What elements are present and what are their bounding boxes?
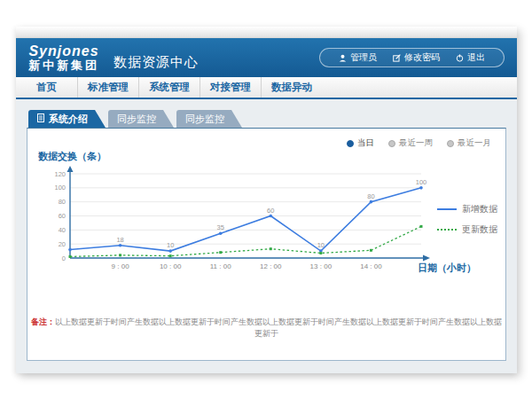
radio-last-month-label: 最近一月: [458, 137, 491, 149]
tab-system-intro-label: 系统介绍: [49, 110, 88, 128]
svg-text:100: 100: [54, 184, 66, 192]
change-password-label: 修改密码: [404, 51, 440, 64]
x-axis-title: 日期（小时）: [418, 262, 476, 275]
nav-item-interface-mgmt[interactable]: 对接管理: [200, 77, 261, 98]
legend-new-data-label: 新增数据: [462, 203, 497, 215]
svg-text:10 : 00: 10 : 00: [160, 262, 182, 270]
nav-item-home[interactable]: 首页: [16, 77, 77, 98]
svg-text:80: 80: [367, 192, 374, 200]
svg-text:35: 35: [217, 223, 224, 231]
svg-text:40: 40: [59, 226, 66, 234]
svg-text:20: 20: [59, 240, 66, 248]
content-area: 系统介绍 同步监控 同步监控 当日 最近一周: [16, 99, 517, 361]
logout-label: 退出: [467, 51, 485, 64]
main-window: Synjones 新中新集团 数据资源中心 管理员 修改密码 退出: [16, 27, 517, 373]
svg-text:80: 80: [59, 198, 66, 206]
window-top-strip: [16, 27, 517, 38]
time-range-filter: 当日 最近一周 最近一月: [347, 137, 491, 149]
logo-text-en: Synjones: [28, 44, 99, 59]
change-password-button[interactable]: 修改密码: [385, 51, 448, 64]
svg-text:0: 0: [62, 254, 66, 262]
svg-text:14 : 00: 14 : 00: [360, 262, 382, 270]
logout-button[interactable]: 退出: [448, 51, 493, 64]
svg-text:12 : 00: 12 : 00: [260, 262, 282, 270]
user-menu: 管理员 修改密码 退出: [319, 48, 505, 67]
logo-text-cn: 新中新集团: [28, 59, 99, 72]
chart-card: 当日 最近一周 最近一月 数据交换（条） 0204060801001209 : …: [27, 128, 506, 361]
legend-item-new-data[interactable]: 新增数据: [437, 203, 497, 215]
line-chart: 0204060801001209 : 0010 : 0011 : 0012 : …: [40, 166, 430, 283]
footer-note-label: 备注：: [31, 317, 55, 326]
footer-note-text: 以上数据更新于时间产生数据以上数据更新于时间产生数据以上数据更新于时间产生数据以…: [55, 317, 502, 338]
tab-sync-monitor-2-label: 同步监控: [185, 110, 224, 128]
nav-item-standard-mgmt[interactable]: 标准管理: [77, 77, 138, 98]
footer-note: 备注：以上数据更新于时间产生数据以上数据更新于时间产生数据以上数据更新于时间产生…: [27, 317, 505, 340]
tab-system-intro[interactable]: 系统介绍: [28, 110, 106, 128]
y-axis-title: 数据交换（条）: [38, 150, 106, 163]
edit-icon: [393, 54, 401, 62]
legend-line-dotted-icon: [437, 229, 457, 231]
svg-text:9 : 00: 9 : 00: [112, 262, 130, 270]
tab-sync-monitor-1[interactable]: 同步监控: [108, 110, 174, 128]
svg-text:13 : 00: 13 : 00: [310, 262, 332, 270]
main-nav: 首页 标准管理 系统管理 对接管理 数据异动: [16, 77, 517, 99]
nav-item-data-change[interactable]: 数据异动: [261, 77, 322, 98]
svg-text:60: 60: [267, 207, 274, 215]
legend-updated-data-label: 更新数据: [462, 223, 497, 236]
svg-text:60: 60: [59, 212, 66, 220]
user-icon: [339, 54, 347, 62]
nav-item-system-mgmt[interactable]: 系统管理: [138, 77, 200, 98]
svg-text:10: 10: [317, 241, 325, 249]
radio-last-month[interactable]: 最近一月: [447, 137, 491, 149]
power-icon: [456, 54, 464, 62]
svg-text:18: 18: [116, 236, 123, 244]
svg-text:11 : 00: 11 : 00: [210, 262, 231, 270]
document-icon: [37, 110, 44, 128]
radio-today-dot: [347, 140, 354, 147]
tab-sync-monitor-1-label: 同步监控: [117, 110, 156, 128]
admin-user-button[interactable]: 管理员: [331, 51, 385, 64]
radio-last-week-dot: [388, 140, 395, 147]
radio-last-week[interactable]: 最近一周: [388, 137, 433, 149]
radio-today[interactable]: 当日: [347, 137, 374, 149]
legend-item-updated-data[interactable]: 更新数据: [437, 223, 497, 236]
tab-sync-monitor-2[interactable]: 同步监控: [176, 110, 242, 128]
radio-last-week-label: 最近一周: [399, 137, 433, 149]
app-header: Synjones 新中新集团 数据资源中心 管理员 修改密码 退出: [16, 38, 517, 77]
radio-last-month-dot: [447, 140, 454, 147]
svg-text:120: 120: [54, 170, 66, 178]
tab-bar: 系统介绍 同步监控 同步监控: [27, 110, 506, 128]
company-logo: Synjones 新中新集团: [28, 44, 99, 71]
svg-text:10: 10: [167, 241, 174, 249]
admin-user-label: 管理员: [350, 51, 377, 64]
legend-line-solid-icon: [437, 208, 457, 210]
radio-today-label: 当日: [357, 137, 374, 149]
page-title: 数据资源中心: [113, 54, 199, 71]
chart-legend: 新增数据 更新数据: [437, 203, 497, 236]
svg-text:100: 100: [416, 178, 427, 186]
